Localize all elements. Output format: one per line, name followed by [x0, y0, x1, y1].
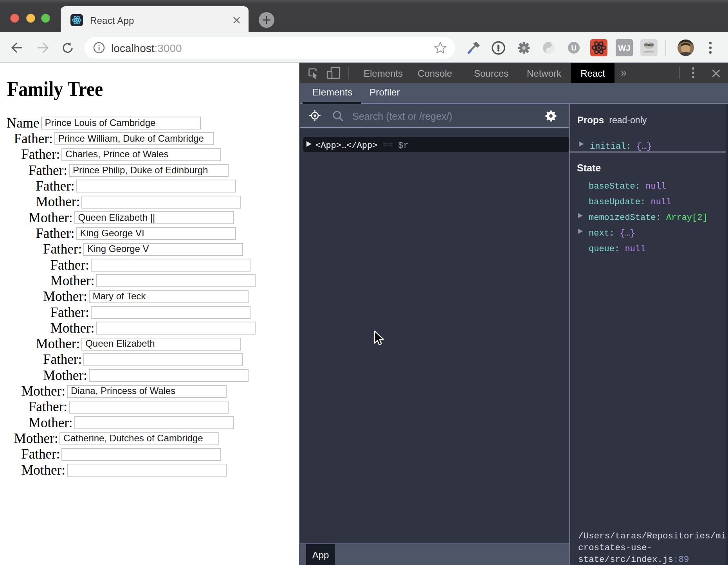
- svg-text:U: U: [571, 44, 577, 52]
- svg-text:WJ: WJ: [618, 43, 631, 52]
- svg-text:ember: ember: [644, 50, 654, 54]
